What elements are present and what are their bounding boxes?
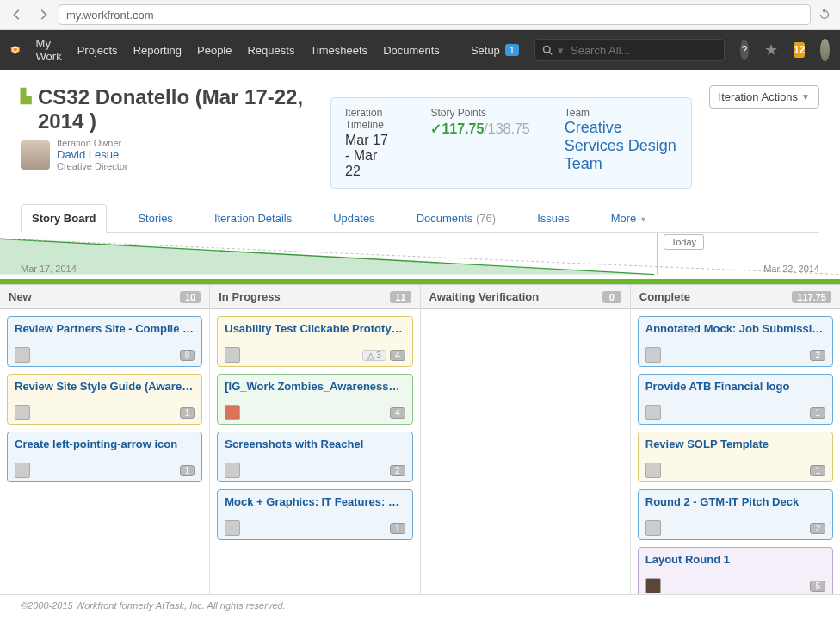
story-card[interactable]: Review Site Style Guide (Awarene... 1	[7, 374, 202, 425]
timeline-value: Mar 17 - Mar 22	[345, 133, 396, 179]
card-points: 1	[390, 523, 405, 534]
card-points: 1	[810, 465, 825, 476]
column-header: New 10	[0, 285, 209, 309]
story-card[interactable]: Layout Round 1 5	[638, 547, 833, 594]
assignee-avatar	[645, 405, 661, 420]
card-title: [IG_Work Zombies_Awareness_Fe...	[225, 380, 405, 393]
top-nav: My Work Projects Reporting People Reques…	[0, 30, 840, 70]
assignee-avatar	[645, 347, 661, 363]
board-column: In Progress 11 Usability Test Clickable …	[210, 285, 420, 594]
card-points: 1	[180, 407, 195, 419]
card-points: 8	[180, 350, 195, 361]
card-points: 5	[810, 581, 825, 592]
card-title: Review Partners Site - Compile li...	[15, 322, 195, 335]
story-card[interactable]: Round 2 - GTM-IT Pitch Deck 2	[638, 489, 833, 540]
nav-item[interactable]: Projects	[77, 44, 118, 57]
owner-role: Creative Director	[57, 161, 128, 171]
app-logo	[10, 38, 21, 62]
user-avatar[interactable]	[820, 39, 830, 61]
story-card[interactable]: [IG_Work Zombies_Awareness_Fe... 4	[217, 374, 412, 425]
story-card[interactable]: Mock + Graphics: IT Features: Te... 1	[217, 489, 412, 540]
assignee-avatar	[645, 578, 661, 593]
timeline-start-date: Mar 17, 2014	[21, 264, 77, 274]
iteration-icon: ▙	[21, 89, 31, 104]
tab-updates[interactable]: Updates	[323, 205, 385, 232]
search-input[interactable]	[569, 43, 717, 58]
story-card[interactable]: Create left-pointing-arrow icon 1	[7, 432, 202, 482]
tab-stories[interactable]: Stories	[127, 205, 182, 232]
column-count: 0	[602, 291, 621, 303]
storypoints-label: Story Points	[430, 107, 529, 119]
card-title: Review Site Style Guide (Awarene...	[15, 380, 195, 393]
assignee-avatar	[15, 347, 30, 363]
team-label: Team	[565, 107, 677, 119]
card-points: 1	[180, 465, 195, 476]
card-points: 2	[390, 465, 405, 476]
column-title: New	[9, 290, 32, 303]
owner-label: Iteration Owner	[57, 138, 128, 148]
card-points: 4	[390, 407, 405, 419]
reload-button[interactable]	[816, 6, 833, 23]
story-card[interactable]: Review SOLP Template 1	[638, 432, 833, 482]
assignee-avatar	[225, 347, 240, 363]
setup-link[interactable]: Setup 1	[471, 44, 519, 57]
team-link[interactable]: Creative Services Design Team	[565, 119, 677, 173]
global-search[interactable]: ▾	[534, 39, 725, 61]
board-column: Awaiting Verification 0	[421, 285, 631, 594]
card-title: Annotated Mock: Job Submission...	[645, 322, 825, 335]
owner-name-link[interactable]: David Lesue	[57, 148, 128, 161]
chevron-down-icon: ▼	[801, 92, 810, 102]
burndown-timeline: Today Mar 17, 2014 Mar 22, 2014	[0, 233, 840, 284]
column-title: Awaiting Verification	[429, 290, 540, 303]
tab-documents[interactable]: Documents (76)	[406, 205, 507, 232]
tab-more[interactable]: More ▼	[601, 205, 658, 232]
card-points: 1	[810, 407, 825, 419]
story-card[interactable]: Annotated Mock: Job Submission... 2	[638, 316, 833, 367]
timeline-label: Iteration Timeline	[345, 107, 396, 131]
browser-chrome: my.workfront.com	[0, 0, 840, 30]
card-title: Layout Round 1	[645, 553, 825, 566]
tab-story-board[interactable]: Story Board	[21, 204, 107, 233]
footer-copyright: ©2000-2015 Workfront formerly AtTask, In…	[0, 594, 840, 616]
iteration-actions-button[interactable]: Iteration Actions ▼	[709, 85, 819, 109]
notification-badge[interactable]: 12	[794, 42, 805, 58]
help-icon[interactable]: ?	[740, 40, 749, 60]
card-title: Review SOLP Template	[645, 438, 825, 450]
story-card[interactable]: Provide ATB Financial logo 1	[638, 374, 833, 425]
tab-issues[interactable]: Issues	[527, 205, 580, 232]
card-title: Screenshots with Reachel	[225, 438, 405, 450]
column-count: 11	[390, 291, 411, 303]
back-button[interactable]	[7, 4, 28, 25]
owner-avatar	[21, 140, 50, 170]
story-card[interactable]: Usability Test Clickable Prototyp... △ 3…	[217, 316, 412, 367]
card-points: 2	[810, 350, 825, 361]
nav-item[interactable]: Requests	[247, 44, 294, 57]
nav-item[interactable]: Documents	[383, 44, 440, 57]
card-title: Provide ATB Financial logo	[645, 380, 825, 393]
iteration-info-card: Iteration Timeline Mar 17 - Mar 22 Story…	[330, 97, 692, 189]
column-title: Complete	[639, 290, 690, 303]
url-bar[interactable]: my.workfront.com	[59, 4, 811, 25]
nav-item[interactable]: Timesheets	[310, 44, 368, 57]
story-card[interactable]: Screenshots with Reachel 2	[217, 432, 412, 482]
assignee-avatar	[15, 463, 30, 478]
story-card[interactable]: Review Partners Site - Compile li... 8	[7, 316, 202, 367]
column-header: Complete 117.75	[631, 285, 840, 309]
story-board: New 10 Review Partners Site - Compile li…	[0, 284, 840, 594]
storypoints-done: ✓117.75	[430, 121, 484, 136]
nav-item[interactable]: Reporting	[133, 44, 182, 57]
card-points: 4	[390, 350, 405, 361]
column-count: 10	[180, 291, 201, 303]
nav-item[interactable]: People	[197, 44, 232, 57]
iteration-tabs: Story Board Stories Iteration Details Up…	[21, 204, 819, 233]
tab-iteration-details[interactable]: Iteration Details	[204, 205, 302, 232]
nav-item[interactable]: My Work	[36, 37, 62, 63]
forward-button[interactable]	[33, 4, 53, 25]
column-title: In Progress	[219, 290, 281, 303]
favorite-icon[interactable]: ★	[764, 40, 778, 59]
assignee-avatar	[645, 520, 661, 536]
board-column: Complete 117.75 Annotated Mock: Job Subm…	[631, 285, 840, 594]
setup-label: Setup	[471, 44, 500, 57]
column-header: Awaiting Verification 0	[421, 285, 630, 309]
url-text: my.workfront.com	[66, 9, 154, 22]
